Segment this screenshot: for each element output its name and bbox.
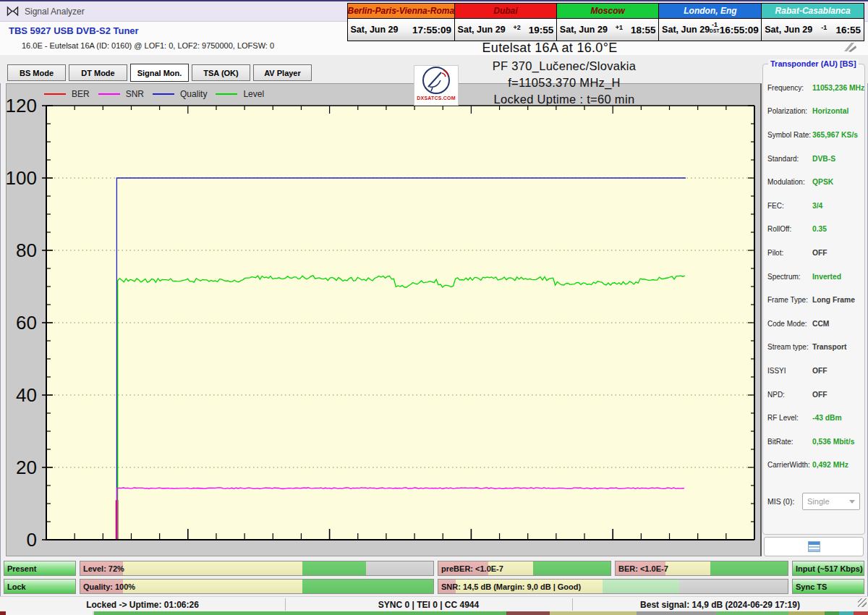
transponder-label: Polarization: [767, 107, 808, 115]
clock-time-row: Sat, Jun 29-1DST16:55:09 [659, 19, 762, 41]
dxsatcs-logo: DXSATCS.COM [414, 65, 459, 106]
window-fragment [506, 611, 550, 615]
signal-chart-panel: BERSNRQualityLevel 020406080100120 [6, 83, 762, 556]
transponder-row: Stream type:Transport [767, 336, 863, 360]
legend-dash [216, 93, 237, 95]
transponder-label: BitRate: [767, 438, 808, 446]
dst-label: DST [710, 28, 720, 33]
snr-bar: SNR: 14,5 dB (Margin: 9,0 dB | Good) [438, 579, 788, 594]
tuner-subtitle: 16.0E - Eutelsat 16A (ID: 0160) @ LOF1: … [22, 41, 274, 50]
dxsatcs-logo-text: DXSATCS.COM [417, 96, 455, 101]
transponder-label: Frame Type: [767, 296, 808, 304]
offset-value: -1 [821, 24, 827, 31]
bar-segment [366, 561, 433, 575]
clock-utc-offset: -1DST [710, 22, 720, 34]
mis-label: MIS (0): [767, 497, 794, 506]
satellite-heading: Eutelsat 16A at 16.0°E [391, 41, 709, 56]
tab-bs-mode[interactable]: BS Mode [7, 64, 66, 81]
bar-segment [302, 580, 433, 593]
ber-bar-label: BER: <1.0E-7 [618, 561, 668, 575]
transponder-label: Standard: [767, 155, 808, 163]
level-bar: Level: 72% [80, 561, 434, 576]
transponder-value: Inverted [808, 273, 863, 281]
present-indicator: Present [4, 561, 76, 576]
signal-history-chart: 020406080100120 [7, 84, 759, 554]
transponder-label: RF Level: [767, 414, 808, 422]
legend-dash [44, 93, 66, 95]
window-fragment [637, 611, 716, 615]
transponder-row: Pilot:OFF [767, 241, 863, 265]
mode-tabs: BS ModeDT ModeSignal Mon.TSA (OK)AV Play… [7, 64, 312, 82]
clock-date: Sat, Jun 29 [560, 25, 608, 35]
legend-item-level: Level [216, 89, 264, 99]
transponder-label: Pilot: [767, 249, 808, 257]
bar-segment [710, 561, 788, 575]
transponder-row: ISSYIOFF [767, 359, 863, 383]
footer-sync: SYNC 0 | TEI 0 | CC 4944 [285, 597, 572, 612]
y-axis-label: 40 [16, 384, 37, 406]
world-clocks: Berlin-Paris-Vienna-RomaSat, Jun 2917:55… [348, 3, 864, 41]
tab-tsa-ok-[interactable]: TSA (OK) [192, 64, 250, 81]
clock-utc-offset: +1 [608, 25, 631, 30]
snapshot-button[interactable] [764, 537, 864, 556]
window-fragment: Transponder: 11053 H 360 DVB-S/QPSK [94, 611, 506, 615]
clock-city-header: Berlin-Paris-Vienna-Roma [348, 4, 455, 19]
transponder-row: Frequency:11053,236 MHz [767, 76, 863, 100]
clock-time-row: Sat, Jun 2917:55:09 [348, 19, 455, 41]
y-axis-label: 0 [27, 529, 37, 551]
quality-bar: Quality: 100% [80, 579, 434, 594]
clock-3: MoscowSat, Jun 29+118:55 [556, 3, 660, 41]
transponder-row: FEC:3/4 [767, 194, 863, 218]
clock-utc-offset: -1 [812, 25, 835, 30]
transponder-label: Frequency: [767, 84, 808, 92]
snr-bar-label: SNR: 14,5 dB (Margin: 9,0 dB | Good) [441, 580, 581, 593]
transponder-row: NPD:OFF [767, 383, 863, 407]
clock-5: Rabat-CasablancaSat, Jun 29-116:55 [761, 3, 864, 41]
legend-dash [153, 93, 174, 95]
transponder-label: RollOff: [767, 225, 808, 233]
background-window-sliver: Transponder: 11053 H 360 DVB-S/QPSK [0, 611, 868, 615]
transponder-label: Symbol Rate: [767, 131, 808, 139]
bar-segment [603, 580, 679, 593]
y-axis-label: 20 [16, 457, 37, 478]
legend-dash [98, 93, 120, 95]
window-fragment [854, 611, 868, 615]
transponder-row: Standard:DVB-S [767, 147, 863, 171]
y-axis-label: 60 [16, 312, 37, 334]
preber-bar-label: preBER: <1.0E-7 [441, 561, 503, 575]
transponder-value: 0,492 MHz [808, 461, 863, 469]
window-fragment [6, 611, 93, 615]
tools-icon [841, 41, 857, 53]
tab-signal-mon-[interactable]: Signal Mon. [130, 64, 189, 82]
transponder-value: OFF [808, 367, 863, 375]
transponder-value: OFF [808, 391, 863, 399]
clock-time: 17:55:09 [412, 25, 451, 35]
transponder-row: CarrierWidth:0,492 MHz [767, 454, 863, 478]
legend-label: SNR [126, 89, 144, 99]
legend-item-quality: Quality [153, 89, 207, 99]
transponder-row: Symbol Rate:365,967 KS/s [767, 123, 863, 147]
clock-city-header: Rabat-Casablanca [762, 4, 864, 19]
legend-label: Level [243, 89, 264, 99]
clock-city-header: London, Eng [659, 4, 762, 19]
signal-analyzer-icon [7, 6, 19, 17]
clock-time: 16:55 [835, 25, 861, 35]
tab-dt-mode[interactable]: DT Mode [69, 64, 127, 81]
y-axis-label: 80 [16, 239, 37, 261]
transponder-row: Frame Type:Long Frame [767, 288, 863, 312]
clock-city-header: Moscow [557, 4, 659, 19]
mis-selected-value: Single [807, 497, 830, 506]
transponder-value: QPSK [808, 178, 863, 186]
transponder-label: Spectrum: [767, 273, 808, 281]
bar-segment [665, 561, 710, 575]
transponder-value: 365,967 KS/s [808, 131, 863, 139]
clock-date: Sat, Jun 29 [351, 25, 399, 35]
resize-grip[interactable] [858, 598, 867, 607]
tab-av-player[interactable]: AV Player [253, 64, 312, 81]
footer-best-signal: Best signal: 14,9 dB (2024-06-29 17:19) [572, 597, 868, 612]
transponder-value: Transport [808, 343, 863, 351]
transponder-row: Code Mode:CCM [767, 312, 863, 336]
sync-ts-indicator: Sync TS [792, 579, 864, 594]
mis-select[interactable]: Single [802, 493, 860, 510]
transponder-row: BitRate:0,536 Mbit/s [767, 430, 863, 454]
